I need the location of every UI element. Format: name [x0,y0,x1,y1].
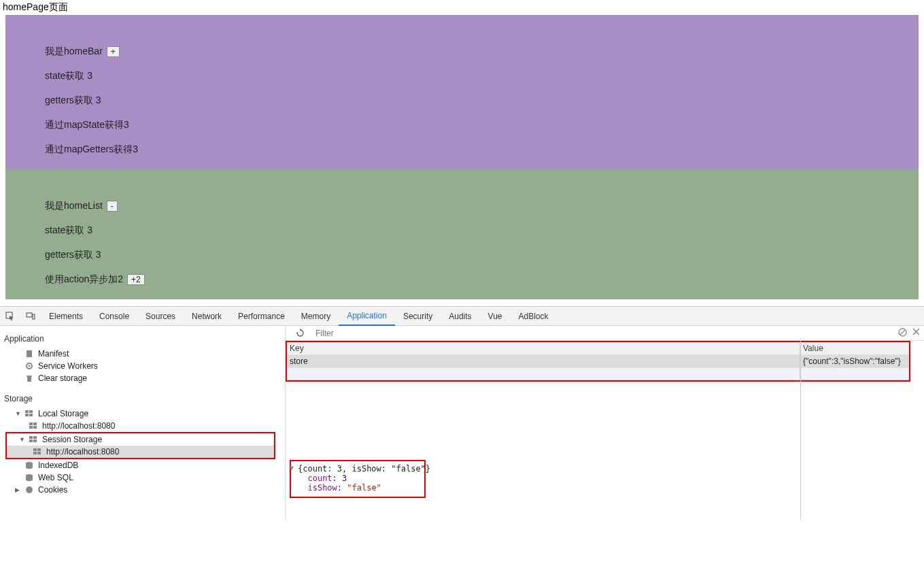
json-line-3: isShow: "false" [298,483,417,493]
trash-icon [24,374,34,382]
svg-rect-22 [33,452,37,454]
tab-vue[interactable]: Vue [480,308,511,325]
plus-button[interactable]: + [107,46,120,57]
column-divider[interactable] [800,341,801,520]
homelist-action-label: 使用action异步加2 [45,273,123,284]
device-icon[interactable] [24,310,37,322]
svg-rect-19 [33,439,37,442]
svg-rect-3 [27,350,32,357]
svg-rect-18 [29,439,33,442]
sidebar-item-cookies[interactable]: ▶ Cookies [3,484,282,496]
json-line-1: {count: 3, isShow: "false"} [298,464,417,474]
minus-button[interactable]: - [107,201,118,212]
kv-cell-value: {"count":3,"isShow":"false"} [800,355,909,368]
filter-bar [286,326,924,341]
refresh-icon[interactable] [294,327,306,339]
page-title: homePage页面 [0,0,924,15]
tab-adblock[interactable]: AdBlock [511,308,557,325]
database-icon [24,474,34,482]
tab-audits[interactable]: Audits [441,308,479,325]
sidebar-item-manifest[interactable]: Manifest [3,348,282,360]
kv-row-store[interactable]: store {"count":3,"isShow":"false"} [287,355,909,368]
sidebar-item-indexeddb[interactable]: IndexedDB [3,459,282,471]
clear-icon[interactable] [898,328,907,339]
tab-application[interactable]: Application [339,307,395,326]
svg-rect-23 [37,452,41,454]
storage-icon [29,435,38,444]
kv-row-empty[interactable] [287,368,909,380]
sidebar-label: http://localhost:8080 [46,447,119,457]
close-icon[interactable] [912,328,920,339]
sidebar-label: Session Storage [42,435,102,444]
sidebar-item-session-storage[interactable]: ▼ Session Storage [7,433,274,446]
highlight-session-storage: ▼ Session Storage http://localhost:8080 [5,432,275,459]
devtools-panel: Elements Console Sources Network Perform… [0,306,924,520]
kv-header: Key Value [287,342,909,355]
svg-line-32 [900,330,905,335]
homelist-getters: getters获取 3 [45,249,919,261]
homebar-mapgetters: 通过mapGetters获得3 [45,144,919,156]
svg-rect-13 [33,422,37,425]
sidebar-header-storage: Storage [4,394,281,403]
homelist-title: 我是homeList [45,200,103,211]
sidebar-label: Local Storage [38,409,88,418]
sidebar-item-websql[interactable]: Web SQL [3,471,282,484]
svg-rect-15 [33,426,37,429]
storage-main: Key Value store {"count":3,"isShow":"fal… [286,326,924,520]
json-preview-highlight: ▼ {count: 3, isShow: "false"} count: 3 i… [290,460,426,498]
tab-network[interactable]: Network [184,308,230,325]
homelist-state: state获取 3 [45,225,919,237]
homebar-title: 我是homeBar [45,46,103,56]
svg-point-29 [26,478,33,481]
svg-rect-12 [29,422,33,425]
kv-header-key[interactable]: Key [287,342,800,355]
sidebar-label: IndexedDB [38,461,78,470]
sidebar-label: Web SQL [38,473,73,482]
sidebar-item-local-storage[interactable]: ▼ Local Storage [3,408,282,420]
svg-rect-16 [29,436,33,439]
inspect-icon[interactable] [4,310,16,322]
svg-rect-2 [33,314,35,319]
sidebar-label: Cookies [38,485,67,495]
devtools-body: Application Manifest Service Workers Cle… [0,326,924,520]
sidebar-label: http://localhost:8080 [42,421,115,431]
application-sidebar: Application Manifest Service Workers Cle… [0,326,286,520]
cookie-icon [24,486,34,494]
sidebar-label: Clear storage [38,374,87,383]
tab-security[interactable]: Security [395,308,441,325]
homebar-title-row: 我是homeBar + [45,46,919,58]
sidebar-label: Service Workers [38,361,98,371]
sidebar-item-clear-storage[interactable]: Clear storage [3,372,282,384]
homebar-panel: 我是homeBar + state获取 3 getters获取 3 通过mapS… [5,15,919,169]
svg-rect-17 [33,436,37,439]
svg-rect-14 [29,426,33,429]
homelist-panel: 我是homeList - state获取 3 getters获取 3 使用act… [5,169,919,299]
svg-rect-10 [25,414,29,416]
sidebar-header-application: Application [4,334,281,344]
svg-rect-7 [27,376,32,377]
storage-icon [24,410,34,418]
tab-console[interactable]: Console [91,308,137,325]
sidebar-label: Manifest [38,349,69,359]
storage-icon [29,422,38,430]
chevron-down-icon: ▼ [19,436,24,443]
svg-rect-9 [29,410,33,413]
tab-performance[interactable]: Performance [230,308,293,325]
sidebar-item-session-host[interactable]: http://localhost:8080 [7,446,274,458]
tab-elements[interactable]: Elements [41,308,91,325]
sidebar-item-service-workers[interactable]: Service Workers [3,360,282,372]
chevron-right-icon: ▶ [15,486,20,493]
sidebar-item-local-host[interactable]: http://localhost:8080 [3,420,282,432]
svg-rect-11 [29,414,33,416]
chevron-down-icon: ▼ [15,410,20,417]
svg-point-26 [26,466,33,469]
kv-table-highlight: Key Value store {"count":3,"isShow":"fal… [286,341,910,382]
filter-input[interactable] [315,329,893,338]
kv-header-value[interactable]: Value [800,342,909,355]
plus2-button[interactable]: +2 [127,274,145,285]
kv-cell-key: store [287,355,800,368]
chevron-down-icon[interactable]: ▼ [290,464,294,471]
tab-memory[interactable]: Memory [293,308,339,325]
homebar-state: state获取 3 [45,70,919,82]
tab-sources[interactable]: Sources [137,308,184,325]
